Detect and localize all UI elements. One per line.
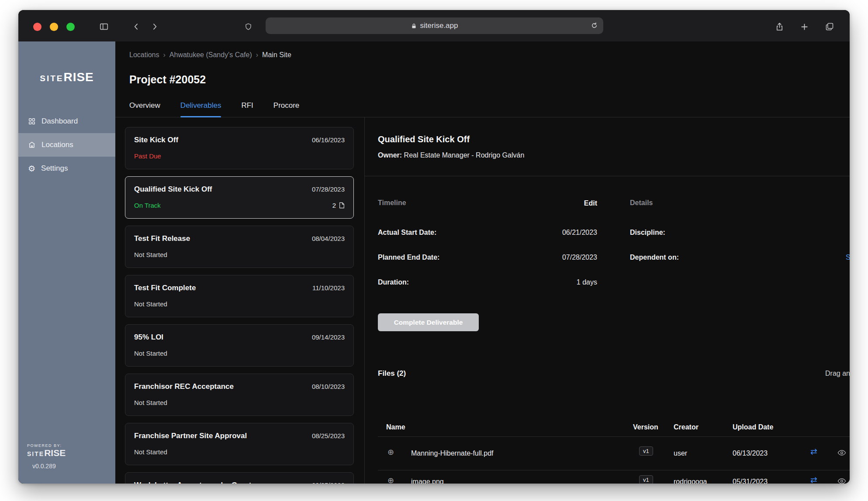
eye-icon xyxy=(837,478,846,484)
breadcrumb-separator: › xyxy=(256,50,258,60)
timeline-heading: Timeline xyxy=(378,199,406,207)
extension-shield-button[interactable] xyxy=(242,21,254,32)
breadcrumb-current: Main Site xyxy=(262,50,291,60)
sidebar-item-label: Settings xyxy=(41,164,68,173)
dependent-on-link[interactable]: S xyxy=(846,253,850,262)
tab-rfi[interactable]: RFI xyxy=(241,101,253,117)
deliverable-card-franchisor-rec-acceptance[interactable]: Franchisor REC Acceptance08/10/2023 Not … xyxy=(125,374,354,416)
preview-file-button[interactable] xyxy=(837,450,846,457)
actual-start-date-value: 06/21/2023 xyxy=(378,228,597,237)
project-tabs: Overview Deliverables RFI Procore xyxy=(115,101,850,117)
dependent-on-label: Dependent on: xyxy=(630,253,679,262)
sidebar: SITERISE Dashboard Locations ⚙ Settings … xyxy=(18,41,115,484)
deliverable-date: 08/10/2023 xyxy=(312,383,345,390)
browser-window: siterise.app SITERISE Dashboard xyxy=(18,10,850,484)
breadcrumb-locations[interactable]: Locations xyxy=(129,50,159,60)
status-badge: Not Started xyxy=(134,250,167,259)
back-button[interactable] xyxy=(130,21,142,32)
close-window-button[interactable] xyxy=(33,23,41,31)
compare-versions-icon[interactable]: ⇄ xyxy=(810,447,817,456)
deliverable-title: Site Kick Off xyxy=(134,135,178,145)
deliverable-card-qualified-site-kick-off[interactable]: Qualified Site Kick Off07/28/2023 On Tra… xyxy=(125,176,354,219)
sidebar-item-label: Dashboard xyxy=(41,117,78,126)
duration-value: 1 days xyxy=(378,278,597,287)
siterise-logo: SITERISE xyxy=(18,41,115,84)
footer-logo: SITERISE xyxy=(27,448,66,458)
sidebar-item-locations[interactable]: Locations xyxy=(18,133,115,157)
complete-deliverable-button[interactable]: Complete Deliverable xyxy=(378,313,479,331)
file-name: Manning-Hibernate-full.pdf xyxy=(411,449,494,457)
url-text: siterise.app xyxy=(420,21,458,30)
minimize-window-button[interactable] xyxy=(50,23,58,31)
eye-icon xyxy=(837,450,846,456)
page-title: Project #20052 xyxy=(129,72,850,87)
forward-icon xyxy=(150,22,159,31)
share-button[interactable] xyxy=(773,21,785,32)
status-badge: Not Started xyxy=(134,448,167,456)
file-upload-date: 06/13/2023 xyxy=(733,449,768,457)
sidebar-item-settings[interactable]: ⚙ Settings xyxy=(18,157,115,180)
preview-file-button[interactable] xyxy=(837,478,846,484)
owner-label: Owner: xyxy=(378,151,402,159)
deliverable-date: 08/04/2023 xyxy=(312,235,345,242)
breadcrumb-separator: › xyxy=(163,50,166,60)
deliverable-title: Qualified Site Kick Off xyxy=(134,185,212,194)
owner-value: Real Estate Manager - Rodrigo Galván xyxy=(404,151,525,159)
discipline-label: Discipline: xyxy=(630,228,665,237)
powered-by-label: POWERED BY: xyxy=(27,443,66,448)
app-version: v0.0.289 xyxy=(32,463,66,470)
file-creator: user xyxy=(674,449,687,457)
deliverable-card-franchise-partner-site-approval[interactable]: Franchise Partner Site Approval08/25/202… xyxy=(125,423,354,465)
reload-button[interactable] xyxy=(591,22,598,31)
expand-row-button[interactable]: ⊕ xyxy=(387,448,394,456)
status-badge: Not Started xyxy=(134,398,167,407)
main-content: Locations › Ahwatukee (Sandy's Cafe) › M… xyxy=(115,41,850,484)
deliverables-list: Site Kick Off06/16/2023 Past Due Qualifi… xyxy=(115,117,364,484)
drag-drop-hint[interactable]: Drag an xyxy=(825,370,850,377)
zoom-window-button[interactable] xyxy=(66,23,75,31)
deliverable-card-site-kick-off[interactable]: Site Kick Off06/16/2023 Past Due xyxy=(125,127,354,169)
building-icon xyxy=(28,141,36,149)
status-badge: On Track xyxy=(134,201,161,209)
detail-title: Qualified Site Kick Off xyxy=(378,134,470,145)
table-divider xyxy=(378,436,850,437)
status-badge: Not Started xyxy=(134,300,167,308)
file-upload-date: 05/31/2023 xyxy=(733,477,768,484)
sidebar-item-dashboard[interactable]: Dashboard xyxy=(18,110,115,133)
deliverable-card-test-fit-complete[interactable]: Test Fit Complete11/10/2023 Not Started xyxy=(125,275,354,317)
tab-overview-button[interactable] xyxy=(823,21,836,32)
grid-icon xyxy=(28,117,36,125)
forward-button[interactable] xyxy=(149,21,161,32)
deliverable-detail: Qualified Site Kick Off Owner: Real Esta… xyxy=(364,117,850,484)
sidebar-item-label: Locations xyxy=(41,141,73,149)
column-header-version: Version xyxy=(633,423,658,432)
deliverable-card-clipped[interactable]: Work Letter Acceptance by Grantor09/05/2… xyxy=(125,472,354,484)
deliverable-date: 09/14/2023 xyxy=(312,333,345,341)
logo-part-rise: RISE xyxy=(63,70,93,84)
new-tab-button[interactable] xyxy=(798,21,810,32)
tab-overview[interactable]: Overview xyxy=(129,101,160,117)
deliverable-date: 09/05/2023 xyxy=(312,481,345,484)
deliverable-date: 08/25/2023 xyxy=(312,432,345,439)
file-count: 2 xyxy=(332,201,345,209)
deliverable-title: Test Fit Release xyxy=(134,234,190,244)
deliverable-card-test-fit-release[interactable]: Test Fit Release08/04/2023 Not Started xyxy=(125,226,354,268)
lock-icon xyxy=(411,23,417,29)
plus-icon xyxy=(800,23,809,31)
column-header-name: Name xyxy=(386,423,405,432)
tab-procore[interactable]: Procore xyxy=(273,101,300,117)
deliverable-card-95-loi[interactable]: 95% LOI09/14/2023 Not Started xyxy=(125,324,354,367)
breadcrumb-site[interactable]: Ahwatukee (Sandy's Cafe) xyxy=(169,50,252,60)
address-bar[interactable]: siterise.app xyxy=(266,17,603,34)
file-name: image.png xyxy=(411,477,444,484)
owner-line: Owner: Real Estate Manager - Rodrigo Gal… xyxy=(378,151,524,160)
compare-versions-icon[interactable]: ⇄ xyxy=(810,476,817,484)
sidebar-toggle-button[interactable] xyxy=(98,21,110,32)
version-badge: v1 xyxy=(639,446,653,456)
tab-deliverables[interactable]: Deliverables xyxy=(180,101,221,117)
expand-row-button[interactable]: ⊕ xyxy=(387,477,394,484)
breadcrumb: Locations › Ahwatukee (Sandy's Cafe) › M… xyxy=(115,41,850,60)
edit-button[interactable]: Edit xyxy=(539,199,597,207)
tabs-icon xyxy=(825,22,834,31)
status-badge: Not Started xyxy=(134,349,167,357)
